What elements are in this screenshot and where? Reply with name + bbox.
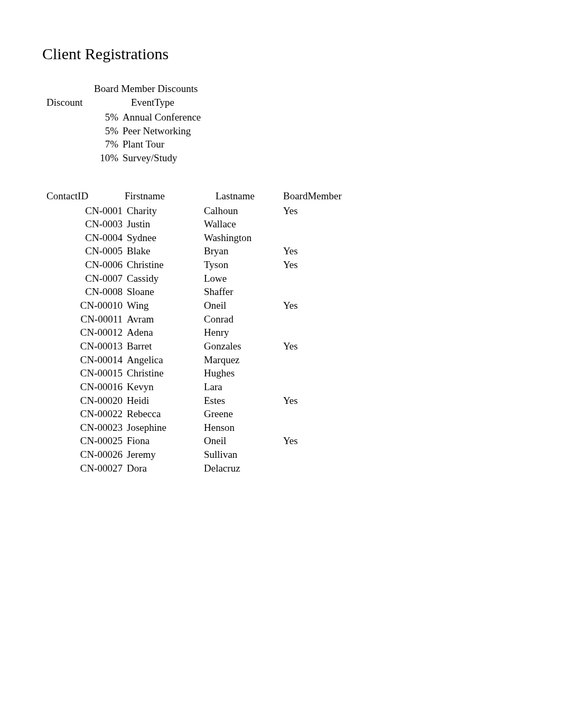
cell-boardmember	[283, 231, 362, 245]
cell-lastname: Bryan	[204, 244, 283, 258]
cell-boardmember	[283, 217, 362, 231]
discount-value: 7%	[46, 137, 120, 151]
cell-boardmember	[283, 353, 362, 367]
cell-boardmember	[283, 421, 362, 435]
table-row: CN-00012AdenaHenry	[46, 326, 561, 339]
discounts-section: Board Member Discounts Discount EventTyp…	[46, 83, 561, 165]
discount-event: Annual Conference	[120, 110, 237, 124]
cell-lastname: Greene	[204, 407, 283, 421]
cell-boardmember	[283, 272, 362, 285]
cell-firstname: Josephine	[125, 421, 204, 435]
cell-contactid: CN-00014	[46, 353, 125, 367]
discount-event: Peer Networking	[120, 124, 237, 138]
cell-lastname: Tyson	[204, 258, 283, 272]
table-row: CN-00015ChristineHughes	[46, 366, 561, 380]
cell-contactid: CN-00013	[46, 339, 125, 353]
cell-lastname: Henry	[204, 326, 283, 339]
cell-lastname: Lara	[204, 380, 283, 394]
cell-contactid: CN-00012	[46, 326, 125, 339]
table-row: CN-0007CassidyLowe	[46, 272, 561, 285]
cell-lastname: Oneil	[204, 434, 283, 448]
cell-contactid: CN-00027	[46, 462, 125, 475]
discount-event: Survey/Study	[120, 151, 237, 165]
cell-contactid: CN-00016	[46, 380, 125, 394]
cell-boardmember	[283, 462, 362, 475]
cell-lastname: Calhoun	[204, 204, 283, 218]
table-row: CN-00023JosephineHenson	[46, 421, 561, 435]
cell-lastname: Shaffer	[204, 285, 283, 299]
table-row: CN-00020HeidiEstesYes	[46, 394, 561, 408]
cell-boardmember: Yes	[283, 299, 362, 312]
cell-contactid: CN-0007	[46, 272, 125, 285]
table-row: CN-00011AvramConrad	[46, 312, 561, 326]
discount-value: 5%	[46, 124, 120, 138]
table-row: CN-00025FionaOneilYes	[46, 434, 561, 448]
contacts-header-contactid: ContactID	[46, 190, 125, 202]
cell-lastname: Marquez	[204, 353, 283, 367]
table-row: CN-00013BarretGonzalesYes	[46, 339, 561, 353]
cell-boardmember: Yes	[283, 258, 362, 272]
cell-contactid: CN-00011	[46, 312, 125, 326]
table-row: CN-0008SloaneShaffer	[46, 285, 561, 299]
cell-lastname: Gonzales	[204, 339, 283, 353]
table-row: CN-00016KevynLara	[46, 380, 561, 394]
cell-boardmember: Yes	[283, 339, 362, 353]
cell-lastname: Oneil	[204, 299, 283, 312]
cell-boardmember	[283, 326, 362, 339]
cell-contactid: CN-0004	[46, 231, 125, 245]
cell-contactid: CN-00023	[46, 421, 125, 435]
table-row: CN-00010WingOneilYes	[46, 299, 561, 312]
cell-firstname: Sydnee	[125, 231, 204, 245]
discount-value: 5%	[46, 110, 120, 124]
cell-firstname: Christine	[125, 258, 204, 272]
cell-contactid: CN-00020	[46, 394, 125, 408]
cell-boardmember: Yes	[283, 204, 362, 218]
cell-boardmember: Yes	[283, 244, 362, 258]
table-row: CN-00022RebeccaGreene	[46, 407, 561, 421]
cell-boardmember	[283, 380, 362, 394]
discounts-header-discount: Discount	[46, 97, 120, 108]
discounts-header-row: Discount EventType	[46, 97, 561, 108]
cell-contactid: CN-00010	[46, 299, 125, 312]
cell-firstname: Sloane	[125, 285, 204, 299]
table-row: CN-00027DoraDelacruz	[46, 462, 561, 475]
cell-firstname: Wing	[125, 299, 204, 312]
cell-lastname: Henson	[204, 421, 283, 435]
cell-boardmember	[283, 366, 362, 380]
cell-firstname: Avram	[125, 312, 204, 326]
cell-lastname: Hughes	[204, 366, 283, 380]
cell-boardmember: Yes	[283, 434, 362, 448]
cell-contactid: CN-0003	[46, 217, 125, 231]
cell-contactid: CN-0005	[46, 244, 125, 258]
cell-firstname: Christine	[125, 366, 204, 380]
cell-firstname: Dora	[125, 462, 204, 475]
discounts-rows: 5%Annual Conference5%Peer Networking7%Pl…	[46, 110, 561, 165]
cell-contactid: CN-00026	[46, 448, 125, 462]
cell-firstname: Angelica	[125, 353, 204, 367]
cell-contactid: CN-0006	[46, 258, 125, 272]
cell-lastname: Estes	[204, 394, 283, 408]
contacts-section: ContactID Firstname Lastname BoardMember…	[46, 190, 561, 475]
cell-firstname: Adena	[125, 326, 204, 339]
cell-firstname: Rebecca	[125, 407, 204, 421]
discount-value: 10%	[46, 151, 120, 165]
discount-row: 5%Peer Networking	[46, 124, 561, 138]
contacts-header-boardmember: BoardMember	[283, 190, 362, 202]
cell-boardmember	[283, 407, 362, 421]
discount-row: 10%Survey/Study	[46, 151, 561, 165]
table-row: CN-0004SydneeWashington	[46, 231, 561, 245]
cell-firstname: Heidi	[125, 394, 204, 408]
cell-firstname: Justin	[125, 217, 204, 231]
cell-firstname: Charity	[125, 204, 204, 218]
cell-contactid: CN-00015	[46, 366, 125, 380]
cell-firstname: Fiona	[125, 434, 204, 448]
cell-contactid: CN-00022	[46, 407, 125, 421]
contacts-header-row: ContactID Firstname Lastname BoardMember	[46, 190, 561, 202]
discounts-title: Board Member Discounts	[94, 83, 198, 95]
cell-boardmember	[283, 285, 362, 299]
table-row: CN-00026JeremySullivan	[46, 448, 561, 462]
discount-event: Plant Tour	[120, 137, 237, 151]
contacts-header-firstname: Firstname	[125, 190, 204, 202]
page-title: Client Registrations	[42, 45, 561, 63]
cell-firstname: Jeremy	[125, 448, 204, 462]
